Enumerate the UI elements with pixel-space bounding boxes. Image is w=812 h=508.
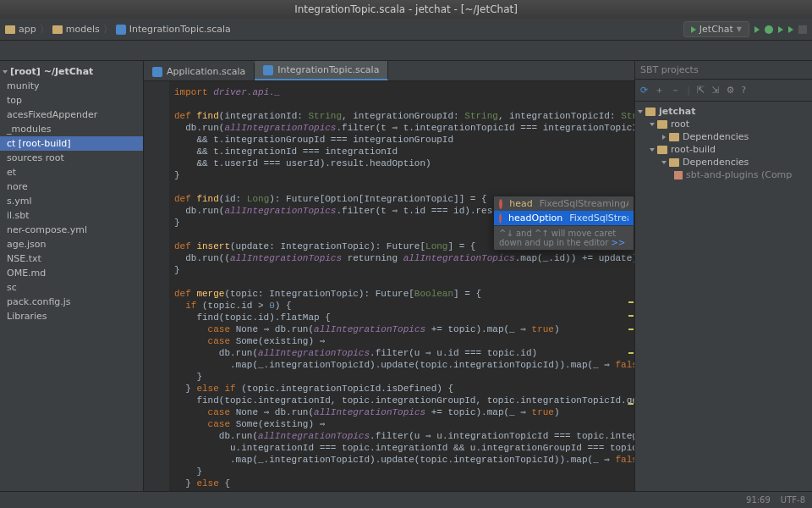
error-stripe[interactable]: [626, 81, 634, 491]
warning-mark[interactable]: [628, 315, 634, 317]
editor-tab[interactable]: Application.scala: [144, 63, 255, 80]
folder-icon: [645, 108, 656, 116]
project-item[interactable]: ner-compose.yml: [0, 223, 143, 237]
main-area: [root] ~/JetChat munitytopacesFixedAppen…: [0, 61, 812, 491]
sbt-panel-title: SBT projects: [635, 61, 812, 80]
project-item[interactable]: ct [root-build]: [0, 136, 143, 151]
project-root[interactable]: [root] ~/JetChat: [0, 64, 143, 79]
hint-link[interactable]: >>: [612, 238, 626, 247]
remove-icon[interactable]: －: [671, 84, 680, 97]
chevron-right-icon: 〉: [40, 23, 49, 36]
mac-title-bar: IntegrationTopic.scala - jetchat - [~/Je…: [0, 0, 812, 19]
code-editor[interactable]: import driver.api._ def find(integration…: [144, 81, 634, 491]
completion-name: headOption: [508, 213, 562, 224]
project-item[interactable]: nore: [0, 179, 143, 194]
module-icon: [657, 120, 667, 129]
method-icon: [499, 213, 502, 224]
project-item[interactable]: et: [0, 165, 143, 179]
crumb-app[interactable]: app: [19, 24, 36, 35]
run-coverage-button[interactable]: [778, 26, 783, 33]
caret-position[interactable]: 91:69: [746, 495, 771, 505]
stop-button[interactable]: [798, 25, 807, 34]
editor-tabs: Application.scalaIntegrationTopic.scala: [144, 61, 634, 81]
scala-file-icon: [152, 67, 162, 77]
completion-sig: FixedSqlStreamingAction.this.ResultActio…: [569, 213, 628, 224]
completion-item-selected[interactable]: headOption FixedSqlStreamingAction.this.…: [494, 211, 634, 225]
folder-icon: [669, 133, 679, 141]
project-item[interactable]: acesFixedAppender: [0, 108, 143, 122]
project-item[interactable]: sc: [0, 280, 143, 295]
project-item[interactable]: top: [0, 93, 143, 108]
scala-file-icon: [116, 25, 126, 35]
sbt-root-label: jetchat: [659, 106, 696, 117]
expand-icon[interactable]: [650, 123, 655, 126]
node-label: root: [671, 119, 689, 130]
project-item[interactable]: Libraries: [0, 309, 143, 323]
file-encoding[interactable]: UTF-8: [781, 495, 805, 505]
crumb-file[interactable]: IntegrationTopic.scala: [129, 24, 231, 35]
warning-mark[interactable]: [628, 329, 634, 330]
expand-icon[interactable]: [638, 110, 643, 113]
editor-gutter[interactable]: [144, 81, 169, 491]
sbt-tree[interactable]: jetchat root Dependencies root-build Dep: [635, 102, 812, 185]
breadcrumb[interactable]: app 〉 models 〉 IntegrationTopic.scala: [5, 23, 231, 36]
warning-mark[interactable]: [628, 301, 634, 303]
code-content[interactable]: import driver.api._ def find(integration…: [144, 81, 634, 491]
completion-sig: FixedSqlStreamingAction.this.ResultActio…: [540, 198, 628, 209]
expand-icon[interactable]: [661, 161, 667, 164]
project-item[interactable]: OME.md: [0, 266, 143, 280]
status-bar: 91:69 UTF-8: [0, 491, 812, 508]
completion-name: head: [509, 198, 532, 209]
project-item[interactable]: s.yml: [0, 194, 143, 208]
node-label: sbt-and-plugins (Comp: [686, 169, 792, 180]
editor-area: Application.scalaIntegrationTopic.scala …: [144, 61, 634, 491]
sbt-node[interactable]: sbt-and-plugins (Comp: [637, 168, 810, 181]
hint-text: ^↓ and ^↑ will move caret down and up in…: [499, 229, 616, 247]
project-item[interactable]: NSE.txt: [0, 251, 143, 266]
help-icon[interactable]: ?: [741, 85, 746, 96]
code-completion-popup[interactable]: head FixedSqlStreamingAction.this.Result…: [493, 196, 634, 251]
add-icon[interactable]: ＋: [655, 84, 664, 97]
project-tree[interactable]: [root] ~/JetChat munitytopacesFixedAppen…: [0, 61, 144, 491]
completion-item[interactable]: head FixedSqlStreamingAction.this.Result…: [494, 196, 634, 211]
editor-tab[interactable]: IntegrationTopic.scala: [255, 61, 388, 80]
expand-icon[interactable]: [662, 135, 666, 140]
profile-button[interactable]: [788, 26, 793, 33]
method-icon: [499, 199, 502, 209]
folder-icon: [52, 25, 63, 34]
tab-label: IntegrationTopic.scala: [277, 64, 379, 75]
project-item[interactable]: munity: [0, 79, 143, 93]
folder-icon: [669, 158, 679, 167]
title-text: IntegrationTopic.scala - jetchat - [~/Je…: [294, 3, 518, 15]
project-item[interactable]: sources root: [0, 151, 143, 165]
warning-mark[interactable]: [628, 352, 634, 354]
project-item[interactable]: _modules: [0, 122, 143, 136]
run-config-name: JetChat: [700, 24, 733, 35]
node-label: Dependencies: [683, 157, 749, 168]
sbt-node[interactable]: root: [637, 118, 810, 130]
crumb-models[interactable]: models: [66, 24, 100, 35]
run-actions: [754, 25, 807, 34]
expand-icon[interactable]: [650, 148, 655, 152]
collapse-all-icon[interactable]: ⇲: [711, 85, 719, 96]
project-item[interactable]: il.sbt: [0, 208, 143, 223]
project-item[interactable]: age.json: [0, 237, 143, 251]
scala-file-icon: [263, 65, 273, 75]
run-config-selector[interactable]: JetChat ▼: [683, 21, 749, 37]
debug-button[interactable]: [765, 25, 773, 34]
run-button[interactable]: [754, 26, 760, 33]
sbt-node[interactable]: root-build: [637, 143, 810, 156]
run-icon: [691, 26, 696, 33]
expand-all-icon[interactable]: ⇱: [697, 85, 705, 96]
node-label: Dependencies: [683, 131, 749, 142]
settings-icon[interactable]: ⚙: [726, 85, 734, 96]
sbt-node[interactable]: Dependencies: [637, 130, 810, 143]
sbt-root[interactable]: jetchat: [637, 105, 810, 118]
project-item[interactable]: pack.config.js: [0, 295, 143, 309]
sbt-node[interactable]: Dependencies: [637, 156, 810, 168]
expand-icon[interactable]: [3, 70, 8, 74]
sbt-panel[interactable]: SBT projects ⟳ ＋ － | ⇱ ⇲ ⚙ ? jetchat roo…: [634, 61, 812, 491]
root-label: [root] ~/JetChat: [10, 66, 93, 77]
refresh-icon[interactable]: ⟳: [640, 85, 648, 96]
warning-mark[interactable]: [628, 403, 634, 405]
